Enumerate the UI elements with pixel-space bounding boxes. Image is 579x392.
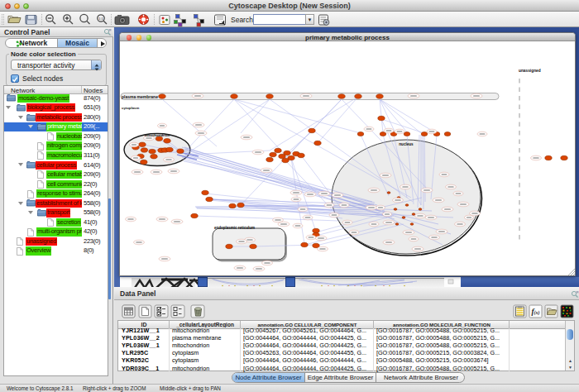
svg-text:nucleus: nucleus	[399, 142, 414, 146]
svg-text:mitochondrion: mitochondrion	[145, 133, 170, 137]
svg-text:unassigned: unassigned	[519, 69, 541, 73]
svg-text:plasma membrane: plasma membrane	[122, 94, 158, 99]
svg-text:endoplasmic reticulum: endoplasmic reticulum	[214, 226, 255, 230]
svg-text:Search:: Search:	[231, 16, 255, 24]
svg-text:1:1: 1:1	[98, 17, 103, 21]
svg-text:cytoplasm: cytoplasm	[122, 106, 139, 110]
